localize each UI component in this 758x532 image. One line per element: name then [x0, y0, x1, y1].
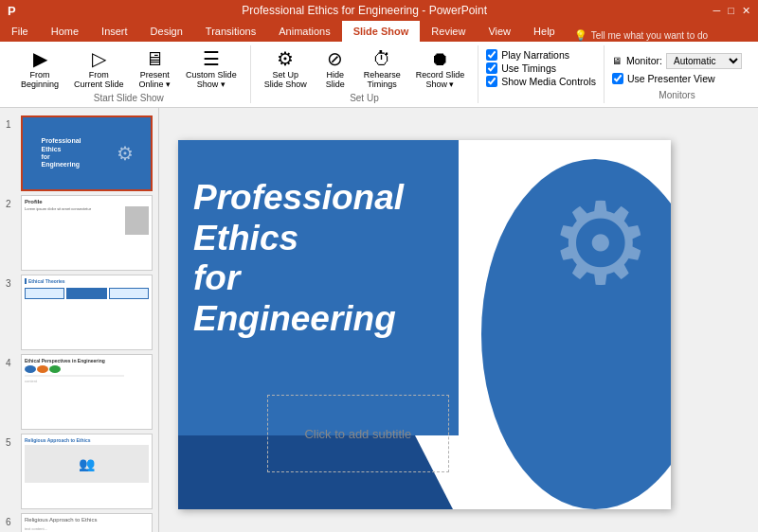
presenter-view-label: Use Presenter View	[627, 73, 715, 84]
tab-file[interactable]: File	[0, 21, 40, 42]
monitor-icon: 🖥	[612, 55, 623, 66]
start-slideshow-group-label: Start Slide Show	[94, 93, 164, 103]
window-title: Professional Ethics for Engineering - Po…	[16, 4, 713, 17]
slide-img-2[interactable]: Profile Lorem ipsum dolor sit amet conse…	[21, 195, 153, 271]
title-line2: Ethics	[193, 219, 404, 259]
custom-slide-label: Custom SlideShow ▾	[186, 70, 237, 89]
thumb1-gear-icon: ⚙	[117, 142, 134, 165]
hide-slide-icon: ⊘	[327, 49, 343, 68]
from-current-icon: ▷	[92, 49, 106, 68]
presenter-view-checkbox[interactable]: Use Presenter View	[612, 73, 742, 84]
tab-home[interactable]: Home	[40, 21, 90, 42]
slide-num-2: 2	[6, 199, 15, 209]
slide-num-6: 6	[6, 517, 15, 527]
slide-gear-icon: ⚙	[550, 178, 652, 310]
thumb6-title: Religious Approach to Ethics	[25, 517, 149, 523]
show-media-input[interactable]	[486, 76, 497, 87]
thumb1-right: ⚙	[99, 117, 151, 189]
slide-img-1[interactable]: ProfessionalEthicsforEngineering ⚙	[21, 115, 153, 191]
thumb2-content: Profile Lorem ipsum dolor sit amet conse…	[22, 196, 152, 270]
use-timings-input[interactable]	[486, 62, 497, 74]
thumb5-content: Religious Approach to Ethics 👥	[22, 434, 152, 508]
setup-slideshow-button[interactable]: ⚙ Set UpSlide Show	[259, 47, 313, 91]
title-line3: for	[193, 258, 404, 299]
tab-transitions[interactable]: Transitions	[194, 21, 267, 42]
thumb2-text: Lorem ipsum dolor sit amet consectetur	[25, 206, 123, 235]
title-bar-left: P	[8, 4, 16, 18]
play-narrations-input[interactable]	[486, 49, 497, 61]
use-timings-checkbox[interactable]: Use Timings	[486, 62, 596, 74]
slide-thumb-4[interactable]: 4 Ethical Perspectives in Engineering co…	[6, 354, 153, 430]
thumb6-content: Religious Approach to Ethics text conten…	[22, 514, 152, 532]
thumb3-box-3	[109, 288, 149, 299]
monitor-select[interactable]: Automatic	[666, 53, 742, 69]
window-controls[interactable]: ─□✕	[713, 5, 750, 17]
title-line1: Professional	[193, 178, 404, 219]
slide-thumb-6[interactable]: 6 Religious Approach to Ethics text cont…	[6, 513, 153, 532]
thumb1-content: ProfessionalEthicsforEngineering ⚙	[23, 117, 151, 189]
start-slideshow-items: ▶ FromBeginning ▷ FromCurrent Slide 🖥 Pr…	[15, 45, 243, 91]
thumb3-boxes	[25, 288, 149, 299]
slide-thumb-3[interactable]: 3 Ethical Theories	[6, 275, 153, 350]
tab-slideshow[interactable]: Slide Show	[342, 21, 421, 42]
thumb4-item-2	[37, 365, 48, 373]
checkbox-group: Play Narrations Use Timings Show Media C…	[486, 45, 596, 91]
slide-img-5[interactable]: Religious Approach to Ethics 👥	[21, 434, 153, 509]
slide-num-4: 4	[6, 358, 15, 368]
rehearse-button[interactable]: ⏱ RehearseTimings	[358, 47, 406, 91]
thumb4-title: Ethical Perspectives in Engineering	[25, 358, 149, 364]
thumb3-content: Ethical Theories	[22, 275, 152, 349]
hide-slide-label: HideSlide	[326, 70, 345, 89]
slide-main-title[interactable]: Professional Ethics for Engineering	[193, 178, 404, 339]
presenter-view-input[interactable]	[612, 73, 623, 84]
play-narrations-checkbox[interactable]: Play Narrations	[486, 49, 596, 61]
setup-group-label: Set Up	[350, 93, 379, 103]
show-media-label: Show Media Controls	[501, 76, 596, 87]
thumb3-box-1	[25, 288, 64, 299]
use-timings-label: Use Timings	[501, 62, 556, 74]
slide-img-4[interactable]: Ethical Perspectives in Engineering cont…	[21, 354, 153, 430]
thumb2-body: Lorem ipsum dolor sit amet consectetur	[25, 206, 149, 235]
custom-slide-icon: ☰	[203, 49, 220, 68]
tab-design[interactable]: Design	[139, 21, 194, 42]
monitor-section: 🖥 Monitor: Automatic Use Presenter View	[612, 49, 742, 88]
from-beginning-icon: ▶	[33, 49, 47, 68]
tab-insert[interactable]: Insert	[90, 21, 139, 42]
subtitle-placeholder-box[interactable]: Click to add subtitle	[267, 395, 449, 472]
slide-thumb-5[interactable]: 5 Religious Approach to Ethics 👥	[6, 434, 153, 509]
record-button[interactable]: ⏺ Record SlideShow ▾	[410, 47, 471, 91]
subtitle-placeholder-text: Click to add subtitle	[304, 427, 411, 441]
from-current-button[interactable]: ▷ FromCurrent Slide	[68, 47, 130, 91]
tab-help[interactable]: Help	[522, 21, 567, 42]
hide-slide-button[interactable]: ⊘ HideSlide	[316, 47, 354, 91]
slide-img-3[interactable]: Ethical Theories	[21, 275, 153, 350]
setup-slideshow-label: Set UpSlide Show	[264, 70, 307, 89]
present-online-icon: 🖥	[145, 49, 164, 68]
thumb4-item-3	[49, 365, 61, 373]
slide-img-6[interactable]: Religious Approach to Ethics text conten…	[21, 513, 153, 532]
record-icon: ⏺	[430, 49, 449, 68]
slide-canvas[interactable]: ⚙ Professional Ethics for Engineering Cl…	[178, 140, 671, 509]
ribbon-group-checkboxes: Play Narrations Use Timings Show Media C…	[478, 45, 605, 103]
from-beginning-button[interactable]: ▶ FromBeginning	[15, 47, 64, 91]
ribbon: File Home Insert Design Transitions Anim…	[0, 21, 758, 108]
search-box[interactable]: Tell me what you want to do	[591, 30, 708, 41]
main-area: 1 ProfessionalEthicsforEngineering ⚙ 2 P…	[0, 108, 758, 532]
show-media-checkbox[interactable]: Show Media Controls	[486, 76, 596, 87]
present-online-label: PresentOnline ▾	[139, 70, 171, 89]
present-online-button[interactable]: 🖥 PresentOnline ▾	[134, 47, 177, 91]
ribbon-group-monitors: 🖥 Monitor: Automatic Use Presenter View …	[605, 45, 749, 103]
tab-animations[interactable]: Animations	[267, 21, 341, 42]
app-logo: P	[8, 4, 16, 18]
slide-thumb-2[interactable]: 2 Profile Lorem ipsum dolor sit amet con…	[6, 195, 153, 271]
ribbon-tabs: File Home Insert Design Transitions Anim…	[0, 21, 758, 42]
setup-items: ⚙ Set UpSlide Show ⊘ HideSlide ⏱ Rehears…	[259, 45, 471, 91]
monitor-label: Monitor:	[626, 55, 662, 66]
ribbon-group-start-slideshow: ▶ FromBeginning ▷ FromCurrent Slide 🖥 Pr…	[8, 45, 251, 103]
custom-slide-button[interactable]: ☰ Custom SlideShow ▾	[180, 47, 243, 91]
tab-view[interactable]: View	[477, 21, 522, 42]
title-bar: P Professional Ethics for Engineering - …	[0, 0, 758, 21]
rehearse-label: RehearseTimings	[364, 70, 401, 89]
tab-review[interactable]: Review	[420, 21, 477, 42]
slide-thumb-1[interactable]: 1 ProfessionalEthicsforEngineering ⚙	[6, 115, 153, 191]
